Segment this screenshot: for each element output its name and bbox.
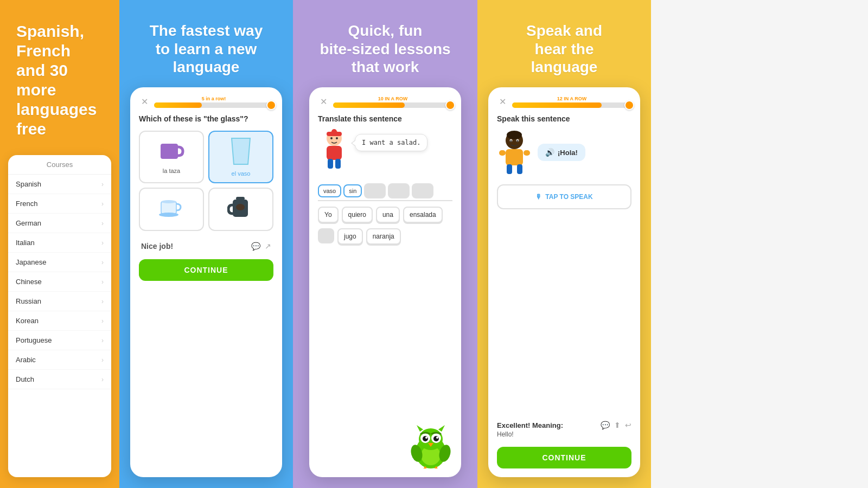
action-icons-yellow: 💬 ⬆ ↩: [601, 421, 631, 429]
blue-phone: ✕ 5 in a row! Which of these is "the gla…: [130, 87, 282, 477]
microphone-icon: 🎙: [535, 193, 542, 201]
svg-marker-22: [438, 425, 445, 432]
courses-header: Courses: [8, 155, 111, 175]
quiz-item-cup[interactable]: [139, 188, 204, 231]
word-chips-area2: jugo naranja: [318, 228, 452, 245]
course-item-german[interactable]: German ›: [8, 214, 111, 233]
word-chip-ensalada[interactable]: ensalada: [403, 207, 443, 223]
course-item-russian[interactable]: Russian ›: [8, 292, 111, 311]
yellow-phone: ✕ 12 IN A ROW Speak this sentence: [488, 87, 640, 477]
translate-question: Translate this sentence: [318, 114, 452, 123]
quiz-item-mug[interactable]: la taza: [139, 131, 204, 183]
word-chip-una[interactable]: una: [376, 207, 400, 223]
word-chip-jugo[interactable]: jugo: [337, 228, 363, 245]
chevron-right-icon: ›: [101, 298, 104, 305]
progress-area-yellow: ✕ 12 IN A ROW: [497, 96, 631, 108]
svg-point-25: [423, 436, 428, 441]
share-icon[interactable]: ↗: [265, 242, 271, 251]
word-chip-naranja[interactable]: naranja: [366, 228, 401, 245]
close-button[interactable]: ✕: [139, 97, 150, 107]
svg-marker-1: [232, 138, 250, 164]
courses-panel: Courses Spanish › French › German › Ital…: [8, 155, 111, 477]
svg-point-36: [510, 140, 512, 142]
progress-area: ✕ 5 in a row!: [139, 96, 273, 108]
hola-bubble: 🔊 ¡Hola!: [538, 144, 585, 161]
progress-bar-background: [154, 102, 273, 108]
mug-icon: [158, 137, 185, 164]
duolingo-owl-svg: [409, 425, 452, 468]
chevron-right-icon: ›: [101, 259, 104, 266]
svg-point-9: [236, 204, 245, 210]
placed-chip-vaso[interactable]: vaso: [318, 184, 341, 197]
svg-rect-5: [160, 214, 177, 216]
progress-fill-purple: [333, 102, 405, 108]
svg-rect-42: [517, 164, 522, 174]
streak-label-purple: 10 IN A ROW: [333, 96, 452, 101]
chevron-right-icon: ›: [101, 356, 104, 364]
quiz-item-glass[interactable]: el vaso: [208, 131, 273, 183]
excellent-bar: Excellent! Meaning: 💬 ⬆ ↩ Hello!: [497, 421, 631, 444]
svg-rect-41: [507, 164, 512, 174]
comment-icon[interactable]: 💬: [251, 242, 260, 251]
progress-bar-bg-yellow: [512, 102, 631, 108]
chevron-right-icon: ›: [101, 200, 104, 208]
continue-button-yellow[interactable]: CONTINUE: [497, 447, 631, 468]
empty-slot-2: [388, 183, 410, 198]
course-item-korean[interactable]: Korean ›: [8, 311, 111, 331]
progress-container-yellow: 12 IN A ROW: [512, 96, 631, 108]
course-item-arabic[interactable]: Arabic ›: [8, 350, 111, 370]
bubble-tail-inner: [352, 140, 356, 146]
course-item-italian[interactable]: Italian ›: [8, 233, 111, 253]
progress-fill-yellow: [512, 102, 602, 108]
chevron-right-icon: ›: [101, 220, 104, 227]
course-item-portuguese[interactable]: Portuguese ›: [8, 331, 111, 350]
speech-bubble: I want a salad.: [355, 134, 427, 151]
course-item-dutch[interactable]: Dutch ›: [8, 370, 111, 389]
share-icon-yellow[interactable]: ⬆: [614, 421, 621, 429]
course-item-japanese[interactable]: Japanese ›: [8, 253, 111, 272]
chevron-right-icon: ›: [101, 317, 104, 325]
purple-title: Quick, funbite-sized lessonsthat work: [320, 22, 450, 76]
quiz-grid: la taza el vaso: [139, 131, 273, 231]
close-button-purple[interactable]: ✕: [318, 97, 329, 107]
character-area: I want a salad.: [318, 129, 452, 174]
svg-rect-38: [506, 149, 523, 165]
character-figure: [318, 129, 350, 174]
svg-point-14: [336, 137, 338, 139]
quiz-item-pot[interactable]: [208, 188, 273, 231]
svg-rect-39: [499, 150, 506, 156]
answer-area: vaso sin: [318, 182, 452, 201]
orange-title: Spanish, French and 30 more languages fr…: [11, 22, 108, 139]
progress-bar-fill: [154, 102, 202, 108]
placed-chip-sin[interactable]: sin: [343, 184, 362, 197]
svg-point-33: [507, 131, 522, 139]
course-item-french[interactable]: French ›: [8, 194, 111, 214]
continue-button[interactable]: CONTINUE: [139, 259, 273, 281]
purple-phone: ✕ 10 IN A ROW Translate this sentence: [309, 87, 461, 477]
excellent-text: Excellent! Meaning:: [497, 421, 563, 429]
svg-marker-21: [417, 425, 423, 432]
course-item-spanish[interactable]: Spanish ›: [8, 175, 111, 194]
speech-bubble-container: I want a salad.: [355, 134, 427, 151]
glass-label: el vaso: [232, 170, 251, 177]
progress-area-purple: ✕ 10 IN A ROW: [318, 96, 452, 108]
nice-job-bar: Nice job! 💬 ↗: [139, 237, 273, 255]
speak-char-area: 🔊 ¡Hola!: [497, 130, 631, 176]
refresh-icon-yellow[interactable]: ↩: [625, 421, 631, 429]
word-chip-yo[interactable]: Yo: [318, 207, 339, 223]
close-button-yellow[interactable]: ✕: [497, 97, 508, 107]
orange-panel: Spanish, French and 30 more languages fr…: [0, 0, 119, 488]
course-item-chinese[interactable]: Chinese ›: [8, 272, 111, 292]
empty-slot-4: [318, 228, 334, 243]
progress-container: 5 in a row!: [154, 96, 273, 108]
blue-title: The fastest wayto learn a newlanguage: [150, 22, 263, 76]
word-chips-area: Yo quiero una ensalada: [318, 207, 452, 223]
progress-dot-yellow: [624, 100, 634, 110]
mug-label: la taza: [163, 168, 180, 174]
svg-point-6: [161, 200, 176, 203]
word-chip-quiero[interactable]: quiero: [342, 207, 373, 223]
glass-icon: [227, 137, 254, 167]
tap-to-speak-button[interactable]: 🎙 TAP TO SPEAK: [497, 184, 631, 209]
comment-icon-yellow[interactable]: 💬: [601, 421, 610, 429]
chevron-right-icon: ›: [101, 181, 104, 188]
